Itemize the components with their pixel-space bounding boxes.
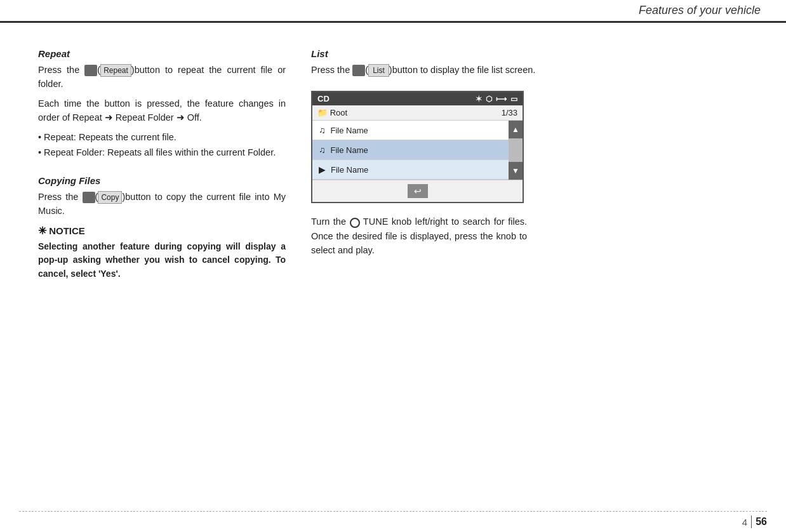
list-para1-post: button to display the file list screen. [392,65,536,75]
play-icon: ▶ [319,164,326,175]
list-button-label: List [368,64,389,77]
music-icon-2: ♫ [319,145,326,155]
page-title: Features of your vehicle [639,4,761,17]
notice-star: ✳ [38,225,46,236]
left-column: Repeat Press the (Repeat)button to repea… [38,48,286,281]
repeat-button-label: Repeat [100,64,131,77]
repeat-bullet-1: Repeat: Repeats the current file. [38,130,286,144]
file-name-1: File Name [331,126,368,135]
cd-status-icons: ✶ ⬡ ⟼ ▭ [476,95,517,103]
copying-para1: Press the (Copy)button to copy the curre… [38,190,286,218]
repeat-bullet-2: Repeat Folder: Repeats all files within … [38,145,286,159]
repeat-icon [84,65,97,76]
copy-button-label: Copy [98,191,122,204]
repeat-section: Repeat Press the (Repeat)button to repea… [38,48,286,160]
back-button[interactable]: ↩ [408,184,428,198]
page-number: 4 56 [742,515,767,528]
scroll-up-btn[interactable]: ▲ [509,121,523,138]
list-para1: Press the (List)button to display the fi… [311,63,761,77]
copying-section: Copying Files Press the (Copy)button to … [38,175,286,218]
cd-files: ♫ File Name ♫ File Name ▶ File Name [312,121,509,180]
bluetooth-icon: ✶ [476,95,482,103]
file-name-3: File Name [331,165,368,175]
cd-screen: CD ✶ ⬡ ⟼ ▭ 📁 Root 1/33 ♫ File [311,91,524,203]
page-num-left: 4 [742,517,747,528]
repeat-para2: Each time the button is pressed, the fea… [38,96,286,125]
cd-label: CD [317,94,330,103]
notice-label: NOTICE [49,225,85,236]
file-name-2: File Name [331,145,368,155]
page-num-right: 56 [756,516,767,528]
repeat-para1-pre: Press the [38,65,79,75]
tune-text: Turn the TUNE knob left/right to search … [311,215,527,257]
copy-icon [83,192,95,203]
notice-title: ✳ NOTICE [38,225,286,237]
list-section: List Press the (List)button to display t… [311,48,761,77]
cd-file-area: ♫ File Name ♫ File Name ▶ File Name ▲ [312,121,523,180]
cd-topbar: CD ✶ ⬡ ⟼ ▭ [312,92,523,105]
page-header: Features of your vehicle [0,0,786,23]
list-icon [352,65,365,76]
list-title: List [311,48,761,59]
scroll-down-btn[interactable]: ▼ [509,162,523,180]
footer-page: 4 56 [0,512,786,532]
cd-scrollbar: ▲ ▼ [509,121,523,180]
page-divider [751,515,752,528]
page-indicator: 1/33 [502,108,517,117]
cd-file-row-3[interactable]: ▶ File Name [312,160,509,180]
cd-back-row: ↩ [312,180,523,202]
main-content: Repeat Press the (Repeat)button to repea… [0,23,786,281]
tune-knob-icon [350,218,360,228]
cd-file-row-1[interactable]: ♫ File Name [312,121,509,140]
path-icon: 📁 Root [317,108,347,117]
battery-icon: ▭ [510,95,517,103]
usb-icon: ⟼ [496,95,507,103]
cd-file-row-2[interactable]: ♫ File Name [312,140,509,160]
notice-section: ✳ NOTICE Selecting another feature durin… [38,225,286,281]
cd-path-bar: 📁 Root 1/33 [312,105,523,121]
right-column: List Press the (List)button to display t… [311,48,761,281]
source-icon: ⬡ [486,95,492,103]
music-icon-1: ♫ [319,125,326,135]
list-para1-pre: Press the [311,65,350,75]
repeat-title: Repeat [38,48,286,59]
repeat-para1: Press the (Repeat)button to repeat the c… [38,63,286,91]
footer: 4 56 [0,511,786,532]
copying-para1-pre: Press the [38,192,78,202]
notice-body: Selecting another feature during copying… [38,240,286,281]
copying-title: Copying Files [38,175,286,186]
